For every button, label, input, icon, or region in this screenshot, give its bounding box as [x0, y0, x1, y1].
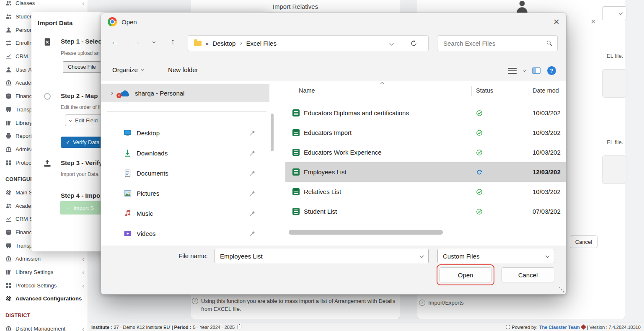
- choose-file-button[interactable]: Choose File: [63, 61, 101, 73]
- horizontal-scrollbar[interactable]: [289, 230, 443, 235]
- synced-status-icon: [476, 110, 483, 116]
- synced-status-icon: [476, 189, 483, 195]
- background-dropdown[interactable]: [602, 6, 626, 20]
- tree-item-videos[interactable]: Videos: [101, 223, 269, 243]
- chevron-down-icon: [141, 68, 144, 71]
- open-dialog: Open × ← → ↑ « Desktop Excel Files: [101, 13, 566, 295]
- text-fragment-mid: EL file.: [607, 139, 623, 145]
- file-row[interactable]: Educators Import 10/03/202: [285, 123, 566, 142]
- file-row[interactable]: Relatives List 10/03/202: [285, 182, 566, 202]
- excel-file-icon: [292, 208, 300, 215]
- file-row[interactable]: Educators Work Experience 10/03/202: [285, 142, 566, 162]
- sidebar-item-library-settings[interactable]: Library Settings‹: [0, 266, 88, 279]
- new-folder-button[interactable]: New folder: [168, 66, 198, 73]
- background-cancel-button[interactable]: Cancel: [570, 235, 597, 248]
- admission-settings-icon: [5, 256, 12, 262]
- excel-file-icon: [292, 129, 300, 136]
- synced-status-icon: [476, 149, 483, 156]
- period-label: | Period :: [171, 325, 191, 330]
- user-accounts-icon: [5, 67, 12, 73]
- enrollments-icon: [5, 40, 12, 46]
- column-header-status[interactable]: Status: [476, 87, 493, 94]
- search-input[interactable]: [437, 36, 557, 51]
- chevron-down-icon: [546, 254, 550, 258]
- file-row[interactable]: Educators Diplomas and certifications 10…: [285, 103, 566, 123]
- info-icon: i: [419, 300, 425, 306]
- chevron-left-icon: ‹: [82, 326, 84, 331]
- resize-grip-icon[interactable]: [559, 287, 560, 288]
- forward-icon[interactable]: →: [132, 37, 140, 47]
- arrow-right-icon: →: [65, 205, 70, 211]
- sidebar-item-protocol-settings[interactable]: Protocol Settings‹: [0, 279, 88, 292]
- verify-data-button[interactable]: ✓Verify Data: [61, 137, 105, 148]
- file-name-input[interactable]: [215, 249, 428, 263]
- organize-button[interactable]: Organize: [112, 66, 143, 73]
- tree-item-pictures[interactable]: Pictures: [101, 183, 269, 203]
- cancel-button[interactable]: Cancel: [502, 267, 554, 282]
- dialog-titlebar[interactable]: Open ×: [101, 13, 566, 31]
- pictures-icon: [124, 189, 132, 197]
- tree-item-music[interactable]: Music: [101, 203, 269, 223]
- classter-team-link[interactable]: The Classter Team: [539, 325, 580, 330]
- dialog-toolbar: Organize New folder ?: [101, 62, 566, 81]
- clipboard-icon: [238, 325, 241, 329]
- pin-icon: [249, 190, 256, 197]
- step2-circle-icon: [44, 93, 51, 100]
- column-divider[interactable]: [471, 86, 472, 96]
- chrome-logo-icon: [108, 17, 117, 26]
- search-icon[interactable]: [547, 41, 551, 44]
- recent-locations-icon[interactable]: [153, 40, 155, 43]
- upload-placeholder-box: [602, 155, 626, 184]
- view-dropdown-icon[interactable]: [523, 69, 526, 72]
- close-icon[interactable]: ×: [553, 17, 559, 27]
- breadcrumb-collapsed[interactable]: «: [205, 40, 209, 47]
- file-row-selected[interactable]: Employees List 12/03/202: [285, 162, 566, 182]
- open-button[interactable]: Open: [440, 267, 491, 282]
- globe-icon: [506, 325, 510, 329]
- protocol-icon: [5, 160, 12, 166]
- file-row[interactable]: Student List 07/03/202: [285, 202, 566, 221]
- tree-item-onedrive[interactable]: × sharqa - Personal: [101, 84, 269, 102]
- column-divider[interactable]: [528, 86, 528, 96]
- sidebar-item-classes[interactable]: Classes‹: [0, 0, 88, 10]
- chevron-left-icon: ‹: [82, 0, 84, 6]
- sidebar-item-admission-settings[interactable]: Admission‹: [0, 252, 88, 266]
- modal-close-icon[interactable]: ×: [591, 17, 596, 26]
- step1-description: Please upload an E: [61, 50, 104, 56]
- tree-item-downloads[interactable]: Downloads: [101, 143, 269, 163]
- tree-item-documents[interactable]: Documents: [101, 163, 269, 183]
- documents-icon: [124, 169, 132, 177]
- period-value: 5 - Year 2024 - 2025: [193, 325, 235, 330]
- vertical-scrollbar[interactable]: [271, 114, 274, 151]
- powered-by-label: Powered by:: [512, 325, 538, 330]
- protocol-settings-icon: [5, 282, 12, 289]
- main-settings-icon: [5, 189, 12, 196]
- transport-settings-icon: [5, 243, 12, 249]
- address-dropdown-icon[interactable]: [390, 41, 394, 46]
- column-header-name[interactable]: Name: [299, 87, 315, 94]
- address-bar[interactable]: « Desktop Excel Files: [188, 35, 429, 51]
- view-list-icon[interactable]: [508, 68, 517, 74]
- excel-file-icon: [43, 38, 52, 46]
- tree-divider: [107, 111, 266, 112]
- back-icon[interactable]: ←: [111, 37, 119, 47]
- upload-placeholder-box: [602, 69, 626, 98]
- step2-title: Step 2 - Map: [61, 92, 98, 99]
- sidebar-item-district-management[interactable]: District Management‹: [0, 322, 88, 331]
- preview-pane-icon[interactable]: [532, 67, 541, 74]
- refresh-icon[interactable]: [410, 40, 417, 47]
- breadcrumb-excel-files[interactable]: Excel Files: [246, 40, 277, 47]
- tree-item-desktop[interactable]: Desktop: [101, 123, 269, 143]
- chevron-down-icon: [619, 11, 623, 15]
- version-text: | Version : 7.4.2024.10310: [587, 325, 641, 330]
- breadcrumb-desktop[interactable]: Desktop: [212, 40, 235, 47]
- help-icon[interactable]: ?: [547, 66, 556, 75]
- check-icon: ✓: [66, 139, 70, 145]
- up-icon[interactable]: ↑: [171, 37, 175, 47]
- step3-title: Step 3 - Verify: [61, 159, 102, 166]
- column-header-date-modified[interactable]: Date mod: [533, 87, 559, 94]
- import-relatives-description: i Using this function you are able to ma…: [192, 297, 399, 313]
- file-type-dropdown[interactable]: Custom Files: [437, 249, 554, 263]
- upload-icon: [43, 159, 52, 168]
- sidebar-item-advanced-configurations[interactable]: Advanced Configurations: [0, 292, 88, 305]
